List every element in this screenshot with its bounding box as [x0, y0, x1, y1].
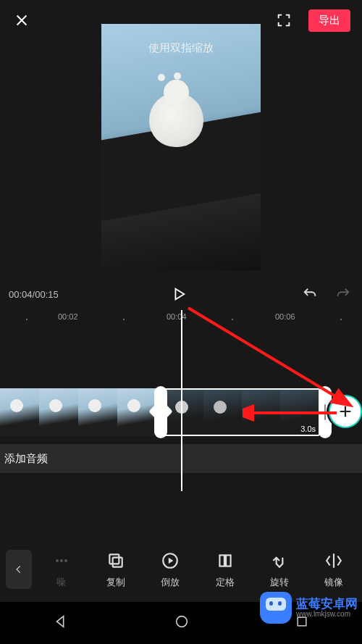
ruler-mark: 00:02 [58, 312, 78, 321]
tool-rotate[interactable]: 旋转 [257, 550, 301, 589]
tool-label: 倒放 [161, 576, 180, 589]
tool-copy[interactable]: 复制 [93, 550, 138, 589]
redo-icon[interactable] [333, 284, 353, 304]
zoom-hint-label: 使用双指缩放 [101, 41, 261, 55]
svg-point-4 [65, 560, 67, 561]
tool-mirror[interactable]: 镜像 [312, 550, 356, 589]
toolbar-back-button[interactable] [6, 550, 32, 589]
time-label: 00:04/00:15 [9, 289, 59, 300]
tool-label: 旋转 [270, 576, 289, 589]
clip-strip-left[interactable] [0, 388, 156, 436]
tool-label: 复制 [106, 576, 125, 589]
tool-noise[interactable]: 噪 [39, 550, 83, 589]
ruler-mark: 00:06 [275, 312, 295, 321]
svg-rect-11 [298, 617, 306, 626]
rotate-icon [269, 550, 290, 572]
toolbar-scroll[interactable]: 噪 复制 倒放 定格 旋转 镜像 [39, 550, 356, 589]
clip-duration-label: 3.0s [300, 425, 316, 433]
nav-back-icon[interactable] [53, 614, 69, 632]
svg-point-2 [56, 560, 58, 561]
bottom-toolbar: 噪 复制 倒放 定格 旋转 镜像 [0, 537, 362, 602]
timeline-area[interactable]: 3.0s 添加音频 [0, 325, 362, 528]
add-clip-button[interactable] [329, 395, 362, 428]
add-audio-label: 添加音频 [4, 452, 48, 466]
tool-label: 定格 [216, 576, 235, 589]
noise-icon [51, 550, 72, 572]
svg-rect-9 [226, 555, 231, 566]
selected-clip[interactable]: 3.0s [164, 388, 320, 436]
undo-icon[interactable] [300, 284, 320, 304]
copy-icon [105, 550, 127, 572]
tool-freeze[interactable]: 定格 [203, 550, 247, 589]
nav-home-icon[interactable] [174, 614, 190, 632]
tool-label: 噪 [56, 576, 66, 589]
ruler-mark: 00:04 [167, 312, 187, 321]
tool-reverse[interactable]: 倒放 [148, 550, 193, 589]
svg-point-3 [61, 560, 62, 561]
nav-recent-icon[interactable] [295, 614, 309, 632]
playhead[interactable] [181, 310, 182, 491]
android-navbar [0, 602, 362, 644]
tool-label: 镜像 [324, 576, 343, 589]
svg-rect-8 [219, 555, 224, 566]
mirror-icon [323, 550, 345, 572]
reverse-icon [159, 550, 181, 572]
svg-rect-5 [113, 558, 122, 567]
preview-area[interactable]: 使用双指缩放 [0, 14, 362, 279]
play-button[interactable] [59, 286, 300, 302]
freeze-icon [214, 550, 236, 572]
svg-point-10 [177, 616, 188, 627]
svg-rect-6 [109, 554, 119, 564]
transport-row: 00:04/00:15 [0, 281, 362, 307]
